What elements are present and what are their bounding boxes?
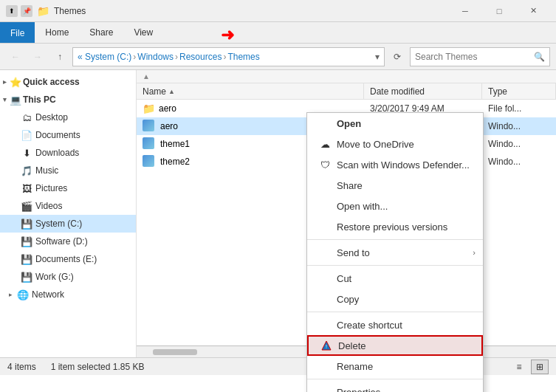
ctx-copy[interactable]: Copy bbox=[307, 289, 483, 309]
sidebar-network-label: Network bbox=[32, 289, 64, 300]
sidebar-software-d-label: Software (D:) bbox=[35, 236, 88, 247]
sidebar-item-pictures[interactable]: 🖼 Pictures bbox=[0, 179, 136, 197]
sidebar-item-desktop[interactable]: 🗂 Desktop bbox=[0, 109, 136, 126]
search-box[interactable]: 🔍 bbox=[410, 47, 550, 66]
documents-icon: 📄 bbox=[21, 129, 32, 141]
sidebar-documents-e-label: Documents (E:) bbox=[35, 254, 97, 264]
ctx-open[interactable]: Open bbox=[307, 113, 483, 134]
file-type: Windo... bbox=[488, 121, 521, 131]
file-type-cell: Windo... bbox=[482, 139, 556, 149]
pin-icon[interactable]: 📌 bbox=[21, 5, 32, 17]
music-icon: 🎵 bbox=[21, 165, 32, 176]
expand-collapse-icon: ▲ bbox=[143, 72, 150, 80]
ctx-restore-versions[interactable]: Restore previous versions bbox=[307, 216, 483, 237]
desktop-icon: 🗂 bbox=[21, 111, 32, 123]
quick-access-expand: ▸ bbox=[3, 78, 7, 86]
work-g-icon: 💾 bbox=[21, 271, 32, 283]
view-details-button[interactable]: ⊞ bbox=[531, 360, 549, 374]
back-button[interactable]: ← bbox=[6, 47, 25, 66]
ctx-open-with[interactable]: Open with... bbox=[307, 196, 483, 216]
file-name: aero bbox=[159, 103, 176, 114]
sidebar-item-software-d[interactable]: 💾 Software (D:) bbox=[0, 233, 136, 250]
address-bar[interactable]: « System (C:) › Windows › Resources › Th… bbox=[72, 47, 385, 66]
sort-arrow: ▲ bbox=[168, 88, 175, 95]
ctx-copy-icon bbox=[319, 293, 331, 305]
sidebar-item-work-g[interactable]: 💾 Work (G:) bbox=[0, 268, 136, 286]
ctx-move-to-onedrive[interactable]: ☁ Move to OneDrive bbox=[307, 134, 483, 154]
quick-access-header[interactable]: ▸ ⭐ Quick access bbox=[0, 73, 136, 91]
column-headers: Name ▲ Date modified Type bbox=[137, 83, 556, 100]
close-button[interactable]: ✕ bbox=[516, 0, 550, 22]
sidebar-system-c-label: System (C:) bbox=[35, 219, 82, 229]
quick-access-icon[interactable]: ⬆ bbox=[6, 5, 18, 17]
breadcrumb: « System (C:) › Windows › Resources › Th… bbox=[78, 52, 372, 62]
this-pc-label: This PC bbox=[23, 94, 56, 105]
ctx-rename[interactable]: Rename bbox=[307, 356, 483, 376]
system-c-icon: 💾 bbox=[21, 218, 32, 230]
bread-item-themes[interactable]: Themes bbox=[227, 52, 259, 62]
tab-view[interactable]: View bbox=[123, 22, 163, 43]
ctx-open-with-icon bbox=[319, 200, 331, 212]
ctx-cut[interactable]: Cut bbox=[307, 268, 483, 289]
bread-item-resources[interactable]: Resources bbox=[179, 52, 222, 62]
sidebar-pictures-label: Pictures bbox=[35, 183, 67, 193]
ctx-create-shortcut-label: Create shortcut bbox=[337, 320, 402, 331]
status-view-controls: ≡ ⊞ bbox=[510, 360, 549, 374]
tab-share[interactable]: Share bbox=[79, 22, 123, 43]
col-header-name[interactable]: Name ▲ bbox=[137, 83, 364, 99]
ctx-scan-defender[interactable]: 🛡 Scan with Windows Defender... bbox=[307, 154, 483, 175]
sidebar-item-videos[interactable]: 🎬 Videos bbox=[0, 197, 136, 215]
up-button[interactable]: ↑ bbox=[50, 47, 69, 66]
maximize-button[interactable]: □ bbox=[482, 0, 516, 22]
sidebar-documents-label: Documents bbox=[35, 130, 80, 140]
ctx-cut-label: Cut bbox=[337, 273, 351, 284]
sidebar-downloads-label: Downloads bbox=[35, 148, 79, 158]
address-dropdown-arrow[interactable]: ▾ bbox=[375, 52, 380, 62]
sidebar-music-label: Music bbox=[35, 165, 58, 176]
ctx-create-shortcut[interactable]: Create shortcut bbox=[307, 314, 483, 335]
scrollbar-thumb[interactable] bbox=[153, 349, 197, 355]
sidebar-item-system-c[interactable]: 💾 System (C:) bbox=[0, 215, 136, 233]
ctx-restore-label: Restore previous versions bbox=[337, 221, 447, 233]
this-pc-header[interactable]: ▾ 💻 This PC bbox=[0, 91, 136, 109]
sidebar-item-downloads[interactable]: ⬇ Downloads bbox=[0, 144, 136, 162]
sidebar-item-documents[interactable]: 📄 Documents bbox=[0, 126, 136, 144]
sidebar-item-music[interactable]: 🎵 Music bbox=[0, 162, 136, 179]
ctx-divider-3 bbox=[307, 312, 483, 312]
view-list-button[interactable]: ≡ bbox=[510, 360, 528, 374]
ctx-send-to[interactable]: Send to › bbox=[307, 242, 483, 263]
col-header-type[interactable]: Type bbox=[482, 83, 556, 99]
sidebar-videos-label: Videos bbox=[35, 201, 62, 211]
forward-button[interactable]: → bbox=[28, 47, 47, 66]
bread-item-system[interactable]: « System (C:) bbox=[78, 52, 131, 62]
sidebar-desktop-label: Desktop bbox=[35, 112, 68, 123]
file-type: File fol... bbox=[488, 103, 521, 114]
ctx-properties[interactable]: Properties bbox=[307, 382, 483, 392]
refresh-button[interactable]: ⟳ bbox=[388, 47, 407, 66]
file-type: Windo... bbox=[488, 157, 521, 167]
file-type-cell: Windo... bbox=[482, 157, 556, 167]
sort-indicator-row: ▲ bbox=[137, 70, 556, 83]
selected-info: 1 item selected 1.85 KB bbox=[51, 362, 145, 372]
bread-item-windows[interactable]: Windows bbox=[137, 52, 174, 62]
ctx-share[interactable]: Share bbox=[307, 175, 483, 196]
ctx-open-icon bbox=[319, 117, 331, 129]
tab-home[interactable]: Home bbox=[35, 22, 79, 43]
tab-file[interactable]: File bbox=[0, 22, 35, 43]
sidebar-item-documents-e[interactable]: 💾 Documents (E:) bbox=[0, 250, 136, 268]
ctx-delete[interactable]: ! Delete bbox=[307, 335, 483, 356]
status-info: 4 items 1 item selected 1.85 KB bbox=[7, 362, 144, 372]
theme-icon bbox=[143, 120, 154, 134]
bread-sep-1: › bbox=[133, 52, 136, 62]
minimize-button[interactable]: ─ bbox=[448, 0, 482, 22]
red-arrow-annotation: ➜ bbox=[221, 26, 234, 45]
sidebar-item-network[interactable]: ▸ 🌐 Network bbox=[0, 286, 136, 303]
col-header-date[interactable]: Date modified bbox=[364, 83, 482, 99]
items-count: 4 items bbox=[7, 362, 36, 372]
ctx-defender-icon: 🛡 bbox=[319, 159, 331, 171]
title-bar: ⬆ 📌 📁 Themes ─ □ ✕ bbox=[0, 0, 556, 22]
ctx-open-label: Open bbox=[337, 118, 361, 129]
ctx-shortcut-icon bbox=[319, 319, 331, 331]
this-pc-icon: 💻 bbox=[10, 94, 21, 106]
search-input[interactable] bbox=[415, 52, 534, 62]
